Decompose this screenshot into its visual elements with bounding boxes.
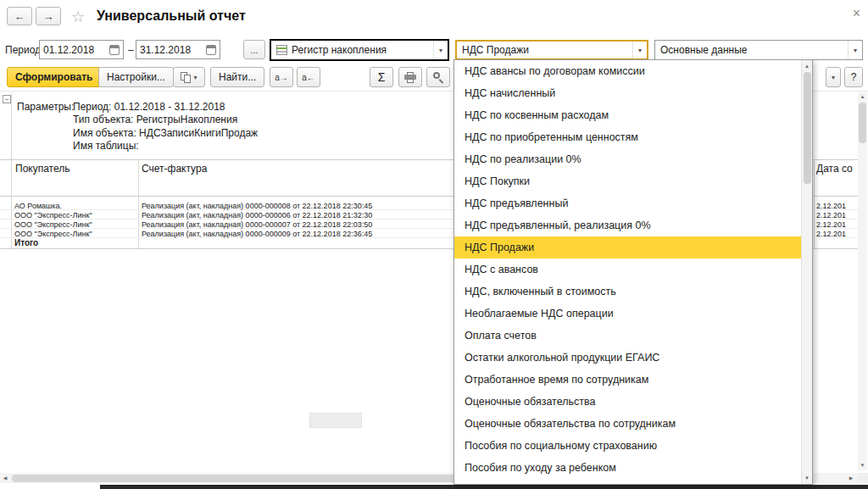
find-previous-button[interactable]: а← bbox=[297, 67, 320, 87]
close-icon[interactable]: × bbox=[853, 6, 860, 21]
preview-button[interactable] bbox=[426, 67, 450, 87]
cell-buyer: ООО "Экспресс-Линк" bbox=[14, 230, 92, 238]
cell-buyer: ООО "Экспресс-Линк" bbox=[14, 211, 92, 219]
object-value: НДС Продажи bbox=[462, 44, 629, 56]
dropdown-item[interactable]: Пособия по социальному страхованию bbox=[454, 435, 801, 457]
parameter-line: Имя объекта: НДСЗаписиКнигиПродаж bbox=[73, 127, 258, 140]
total-label: Итого bbox=[14, 238, 38, 247]
scroll-right-icon[interactable]: ▶ bbox=[846, 473, 856, 483]
favorite-star-icon[interactable]: ☆ bbox=[71, 8, 85, 26]
chevron-down-icon: ▾ bbox=[832, 74, 835, 81]
dropdown-item[interactable]: НДС авансы по договорам комиссии bbox=[454, 60, 801, 82]
dropdown-item[interactable]: Оценочные обязательства bbox=[454, 391, 801, 413]
back-button[interactable]: ← bbox=[7, 7, 32, 25]
dropdown-items: НДС авансы по договорам комиссииНДС начи… bbox=[454, 60, 801, 484]
chevron-down-icon[interactable]: ▾ bbox=[193, 74, 197, 81]
more-actions-button[interactable]: ▾ bbox=[826, 67, 841, 87]
scroll-up-icon[interactable]: ▲ bbox=[802, 61, 812, 71]
cell-buyer: АО Ромашка. bbox=[14, 202, 62, 210]
dropdown-item[interactable]: НДС по реализации 0% bbox=[454, 148, 801, 170]
object-dropdown-list: НДС авансы по договорам комиссииНДС начи… bbox=[453, 59, 813, 485]
parameters-block: Период: 01.12.2018 - 31.12.2018Тип объек… bbox=[73, 101, 258, 153]
parameter-line: Тип объекта: РегистрыНакопления bbox=[73, 114, 258, 126]
table-combobox[interactable]: Основные данные ▾ bbox=[654, 40, 863, 60]
settings-button[interactable]: Настройки... bbox=[98, 67, 174, 87]
date-to-field[interactable]: 31.12.2018 bbox=[136, 40, 220, 59]
find-button[interactable]: Найти... bbox=[210, 67, 264, 87]
dropdown-item[interactable]: Предоставленные стандартные и социальные… bbox=[454, 479, 801, 484]
magnifier-icon bbox=[433, 72, 444, 83]
help-button[interactable]: ? bbox=[844, 67, 863, 87]
copy-split-button[interactable]: ▾ bbox=[173, 67, 205, 87]
find-next-icon: а→ bbox=[275, 73, 288, 82]
calendar-icon[interactable] bbox=[203, 41, 220, 58]
dropdown-item[interactable]: Остатки алкогольной продукции ЕГАИС bbox=[454, 347, 801, 369]
group-collapse-toggle[interactable]: − bbox=[3, 95, 11, 103]
object-type-value: Регистр накопления bbox=[292, 44, 430, 56]
column-header-invoice: Счет-фактура bbox=[142, 163, 207, 175]
scroll-left-icon[interactable]: ◀ bbox=[0, 473, 10, 483]
column-header-buyer: Покупатель bbox=[15, 163, 70, 175]
dropdown-item[interactable]: НДС по косвенным расходам bbox=[454, 104, 801, 126]
cell-invoice: Реализация (акт, накладная) 0000-000008 … bbox=[142, 202, 372, 210]
date-from-field[interactable]: 01.12.2018 bbox=[39, 40, 124, 59]
vertical-scrollbar[interactable]: ▲ ▼ bbox=[858, 92, 867, 470]
find-previous-icon: а← bbox=[302, 73, 315, 82]
copy-icon bbox=[181, 72, 191, 83]
page-title: Универсальный отчет bbox=[97, 8, 246, 24]
scroll-down-icon[interactable]: ▼ bbox=[802, 473, 812, 483]
cell-date: 2.12.201 bbox=[816, 211, 858, 219]
cell-invoice: Реализация (акт, накладная) 0000-000009 … bbox=[142, 230, 372, 238]
dropdown-item[interactable]: НДС предъявленный bbox=[454, 192, 801, 214]
dropdown-item[interactable]: НДС, включенный в стоимость bbox=[454, 281, 801, 303]
scroll-down-icon[interactable]: ▼ bbox=[858, 461, 867, 470]
cell-buyer: ООО "Экспресс-Линк" bbox=[14, 220, 92, 229]
dropdown-item[interactable]: Оплата счетов bbox=[454, 325, 801, 347]
chevron-down-icon[interactable]: ▾ bbox=[433, 41, 448, 59]
object-type-combobox[interactable]: Регистр накопления ▾ bbox=[270, 39, 449, 61]
cell-date: 2.12.201 bbox=[816, 230, 858, 238]
parameter-line: Имя таблицы: bbox=[73, 140, 258, 153]
generate-button[interactable]: Сформировать bbox=[7, 67, 101, 87]
parameter-line: Период: 01.12.2018 - 31.12.2018 bbox=[73, 101, 258, 114]
dropdown-item[interactable]: НДС с авансов bbox=[454, 258, 801, 281]
dropdown-scrollbar[interactable]: ▲ ▼ bbox=[801, 60, 812, 484]
period-label: Период: bbox=[5, 44, 43, 56]
dropdown-item[interactable]: НДС Продажи bbox=[454, 236, 801, 258]
forward-button[interactable]: → bbox=[36, 7, 61, 25]
chevron-down-icon[interactable]: ▾ bbox=[848, 41, 862, 59]
chevron-down-icon[interactable]: ▾ bbox=[632, 42, 647, 58]
scrollbar-thumb[interactable] bbox=[804, 72, 811, 184]
object-combobox[interactable]: НДС Продажи ▾ bbox=[455, 40, 648, 60]
dropdown-item[interactable]: НДС по приобретенным ценностям bbox=[454, 126, 801, 148]
date-to-value[interactable]: 31.12.2018 bbox=[136, 44, 203, 56]
find-next-button[interactable]: а→ bbox=[270, 67, 293, 87]
scrollbar-thumb[interactable] bbox=[859, 103, 866, 143]
dropdown-item[interactable]: НДС предъявленный, реализация 0% bbox=[454, 214, 801, 236]
date-range-dash: – bbox=[128, 44, 134, 56]
dropdown-item[interactable]: НДС Покупки bbox=[454, 170, 801, 192]
dropdown-item[interactable]: Отработанное время по сотрудникам bbox=[454, 369, 801, 391]
dropdown-item[interactable]: Пособия по уходу за ребенком bbox=[454, 457, 801, 479]
taskbar-edge bbox=[100, 485, 868, 489]
cell-date: 2.12.201 bbox=[816, 202, 858, 210]
period-more-button[interactable]: ... bbox=[243, 40, 265, 59]
cell-invoice: Реализация (акт, накладная) 0000-000007 … bbox=[142, 220, 372, 229]
sum-button[interactable]: Σ bbox=[370, 67, 393, 87]
placeholder-box bbox=[309, 413, 362, 428]
cell-invoice: Реализация (акт, накладная) 0000-000006 … bbox=[142, 211, 372, 219]
dropdown-item[interactable]: Необлагаемые НДС операции bbox=[454, 303, 801, 325]
date-from-value[interactable]: 01.12.2018 bbox=[40, 44, 106, 56]
print-button[interactable] bbox=[398, 67, 422, 87]
dropdown-item[interactable]: НДС начисленный bbox=[454, 82, 801, 104]
scroll-up-icon[interactable]: ▲ bbox=[858, 92, 867, 102]
column-header-date: Дата со bbox=[816, 163, 858, 175]
calendar-icon[interactable] bbox=[106, 41, 123, 58]
scrollbar-corner bbox=[858, 473, 868, 483]
dropdown-item[interactable]: Оценочные обязательства по сотрудникам bbox=[454, 413, 801, 435]
register-icon bbox=[276, 45, 287, 55]
table-value: Основные данные bbox=[660, 44, 844, 56]
parameters-label: Параметры: bbox=[17, 101, 74, 113]
printer-icon bbox=[404, 72, 416, 83]
cell-date: 2.12.201 bbox=[816, 220, 858, 229]
